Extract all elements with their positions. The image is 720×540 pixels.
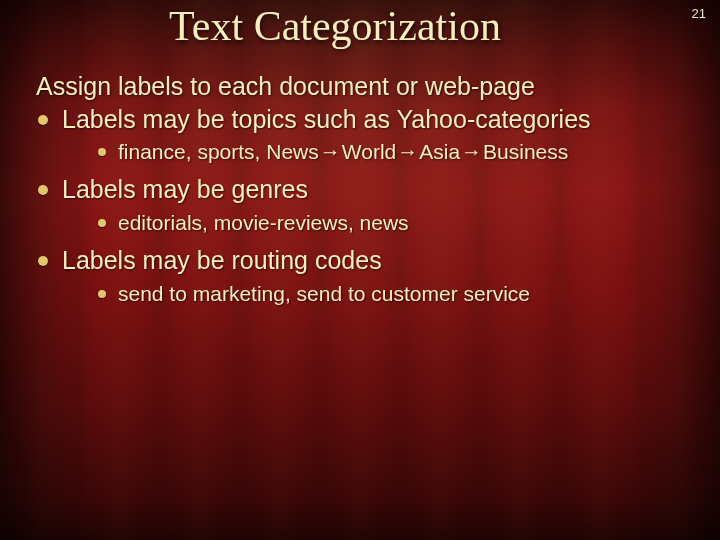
sub-list-item: finance, sports, News→World→Asia→Busines…: [96, 138, 680, 166]
arrow-icon: →: [396, 138, 419, 166]
list-item-label: Labels may be genres: [62, 175, 308, 203]
sub-item-chain-2: Business: [483, 140, 568, 163]
sub-item-text: editorials, movie-reviews, news: [118, 211, 409, 234]
slide-title: Text Categorization: [0, 2, 670, 50]
page-number: 21: [692, 6, 706, 21]
slide: 21 Text Categorization Assign labels to …: [0, 0, 720, 540]
sub-item-prefix: finance, sports, News: [118, 140, 319, 163]
sub-item-text: send to marketing, send to customer serv…: [118, 282, 530, 305]
sub-item-chain-0: World: [342, 140, 396, 163]
sub-list: send to marketing, send to customer serv…: [62, 280, 680, 308]
intro-text: Assign labels to each document or web-pa…: [36, 72, 680, 102]
sub-list-item: editorials, movie-reviews, news: [96, 209, 680, 237]
list-item: Labels may be genres editorials, movie-r…: [36, 174, 680, 237]
bullet-list: Labels may be topics such as Yahoo-categ…: [36, 104, 680, 309]
arrow-icon: →: [460, 138, 483, 166]
list-item: Labels may be topics such as Yahoo-categ…: [36, 104, 680, 167]
list-item: Labels may be routing codes send to mark…: [36, 245, 680, 308]
sub-list: editorials, movie-reviews, news: [62, 209, 680, 237]
sub-item-chain-1: Asia: [419, 140, 460, 163]
list-item-label: Labels may be routing codes: [62, 246, 382, 274]
list-item-label: Labels may be topics such as Yahoo-categ…: [62, 105, 591, 133]
arrow-icon: →: [319, 138, 342, 166]
slide-body: Assign labels to each document or web-pa…: [36, 72, 680, 316]
sub-list-item: send to marketing, send to customer serv…: [96, 280, 680, 308]
sub-list: finance, sports, News→World→Asia→Busines…: [62, 138, 680, 166]
